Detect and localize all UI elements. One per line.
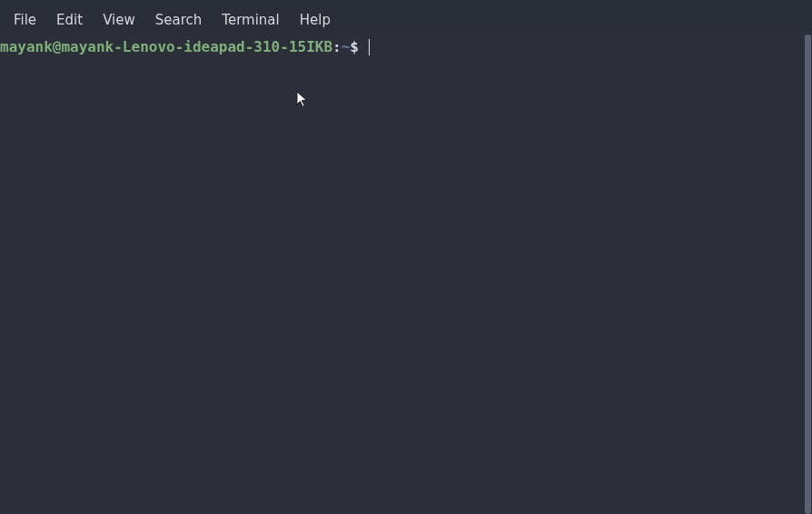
menubar: File Edit View Search Terminal Help — [0, 5, 812, 35]
menu-file[interactable]: File — [4, 8, 46, 32]
prompt-line: mayank@mayank-Lenovo-ideapad-310-15IKB:~… — [0, 37, 812, 57]
prompt-sep: : — [332, 37, 342, 57]
scrollbar-thumb[interactable] — [805, 35, 811, 514]
menu-edit[interactable]: Edit — [46, 8, 93, 32]
menu-help[interactable]: Help — [290, 8, 341, 32]
menu-view[interactable]: View — [93, 8, 145, 32]
menu-help-label: Help — [300, 12, 331, 28]
terminal-area[interactable]: mayank@mayank-Lenovo-ideapad-310-15IKB:~… — [0, 35, 812, 514]
menu-view-label: View — [103, 12, 135, 28]
menu-search-label: Search — [155, 12, 203, 28]
prompt-userhost: mayank@mayank-Lenovo-ideapad-310-15IKB — [0, 37, 332, 57]
menu-edit-label: Edit — [56, 12, 83, 28]
text-cursor — [369, 39, 371, 55]
prompt-dollar: $ — [350, 37, 359, 57]
menu-terminal-label: Terminal — [222, 12, 279, 28]
vertical-scrollbar[interactable] — [804, 35, 812, 514]
prompt-path: ~ — [342, 37, 351, 57]
menu-search[interactable]: Search — [145, 8, 213, 32]
terminal-window: File Edit View Search Terminal Help maya… — [0, 0, 812, 514]
menu-terminal[interactable]: Terminal — [212, 8, 289, 32]
menu-file-label: File — [14, 12, 36, 28]
